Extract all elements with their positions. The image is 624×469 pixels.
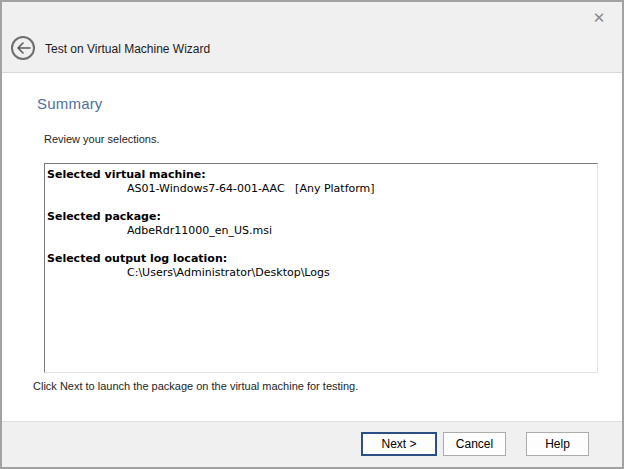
close-icon[interactable]: ✕: [588, 7, 610, 29]
summary-entry-label: Selected package:: [47, 210, 595, 224]
page-title: Summary: [37, 95, 103, 112]
summary-entry-package: Selected package: AdbeRdr11000_en_US.msi: [47, 210, 595, 238]
summary-entry-label: Selected virtual machine:: [47, 168, 595, 182]
wizard-content: Summary Review your selections. Selected…: [2, 73, 622, 421]
summary-entry-log-location: Selected output log location: C:\Users\A…: [47, 252, 595, 280]
review-instruction: Review your selections.: [44, 133, 160, 145]
back-button[interactable]: [11, 36, 35, 60]
button-bar: Next > Cancel Help: [2, 421, 622, 469]
back-arrow-icon: [16, 42, 31, 54]
summary-entry-value: C:\Users\Administrator\Desktop\Logs: [127, 266, 595, 280]
summary-entry-virtual-machine: Selected virtual machine: AS01-Windows7-…: [47, 168, 595, 196]
summary-entry-value: AS01-Windows7-64-001-AAC [Any Platform]: [127, 182, 595, 196]
cancel-button[interactable]: Cancel: [443, 432, 506, 456]
wizard-dialog: ✕ Test on Virtual Machine Wizard Summary…: [0, 0, 624, 469]
next-instruction: Click Next to launch the package on the …: [33, 380, 358, 392]
summary-entry-label: Selected output log location:: [47, 252, 595, 266]
summary-entry-value: AdbeRdr11000_en_US.msi: [127, 224, 595, 238]
summary-box: Selected virtual machine: AS01-Windows7-…: [44, 163, 598, 373]
help-button[interactable]: Help: [526, 432, 589, 456]
window-title: Test on Virtual Machine Wizard: [45, 30, 210, 68]
next-button[interactable]: Next >: [361, 432, 437, 456]
wizard-header: Test on Virtual Machine Wizard: [2, 30, 622, 73]
